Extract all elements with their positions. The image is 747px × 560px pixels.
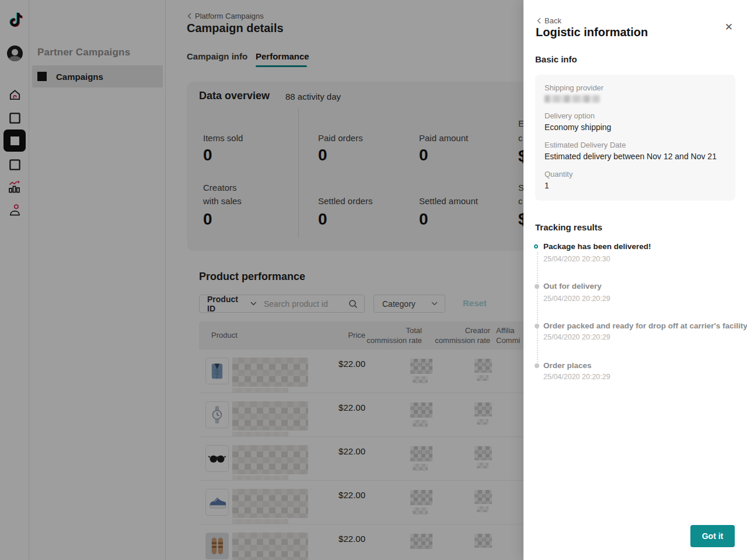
logistic-info-drawer: Back Logistic information ✕ Basic info S… — [523, 0, 747, 560]
field-shipping-provider: Shipping provider — [544, 83, 726, 103]
basic-info-box: Shipping provider Delivery option Econom… — [535, 75, 735, 201]
blurred-shipping-provider-value — [544, 95, 600, 103]
drawer-title: Logistic information — [536, 26, 648, 39]
chevron-left-icon — [536, 18, 542, 24]
field-quantity: Quantity 1 — [544, 169, 726, 191]
timeline-dot — [535, 324, 539, 328]
tracking-results-title: Tracking results — [535, 222, 602, 232]
back-label: Back — [544, 16, 561, 25]
field-estimated-delivery-date: Estimated Delivery Date Estimated delive… — [544, 140, 726, 162]
app-window: Partner Campaigns Campaigns Platform Cam… — [0, 0, 747, 560]
basic-info-title: Basic info — [535, 54, 577, 64]
field-delivery-option: Delivery option Economy shipping — [544, 111, 726, 133]
timeline-dot — [535, 363, 539, 368]
timeline-dot-current — [534, 244, 538, 249]
timeline-dot — [535, 284, 539, 289]
back-button[interactable]: Back — [536, 16, 561, 25]
got-it-button[interactable]: Got it — [690, 525, 735, 547]
close-icon[interactable]: ✕ — [725, 22, 733, 32]
timeline-connector — [537, 252, 538, 366]
